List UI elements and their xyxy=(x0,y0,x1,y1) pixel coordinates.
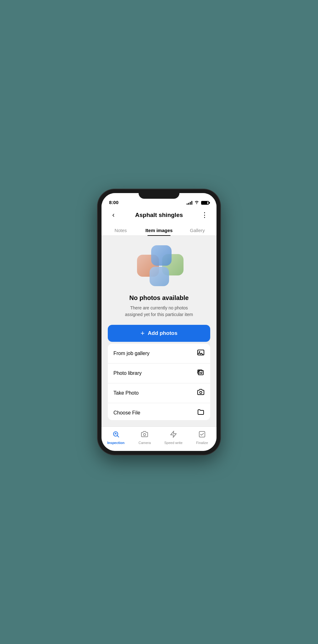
nav-camera-icon xyxy=(141,430,148,440)
plus-icon: + xyxy=(140,330,145,337)
option-choose-file[interactable]: Choose File xyxy=(108,403,210,420)
empty-state-title: No photos available xyxy=(129,294,189,302)
option-photo-library-label: Photo library xyxy=(113,370,142,376)
folder-icon xyxy=(197,408,205,418)
signal-icon xyxy=(187,201,192,205)
notch xyxy=(139,189,179,199)
illustration-square-2 xyxy=(151,245,172,266)
phone-screen: 8:00 ‹ xyxy=(101,193,217,451)
add-photos-button[interactable]: + Add photos xyxy=(108,325,210,342)
svg-point-10 xyxy=(144,434,146,436)
back-button[interactable]: ‹ xyxy=(108,209,119,221)
option-take-photo-label: Take Photo xyxy=(113,390,139,396)
more-button[interactable]: ⋮ xyxy=(199,209,210,221)
inspection-icon xyxy=(112,430,120,440)
tab-item-images[interactable]: Item images xyxy=(140,225,178,236)
phone-frame: 8:00 ‹ xyxy=(98,189,220,455)
svg-marker-11 xyxy=(171,431,176,437)
nav-inspection-label: Inspection xyxy=(107,441,124,445)
options-list: From job gallery Photo library xyxy=(108,344,210,420)
page-title: Asphalt shingles xyxy=(135,212,183,219)
status-icons xyxy=(187,200,209,205)
option-photo-library[interactable]: Photo library xyxy=(108,364,210,383)
empty-state-description: There are currently no photos assigned y… xyxy=(121,305,197,318)
empty-state-illustration xyxy=(134,245,184,288)
add-photos-label: Add photos xyxy=(148,330,177,336)
nav-camera-label: Camera xyxy=(139,441,151,445)
nav-speed-write-label: Speed write xyxy=(164,441,183,445)
nav-camera[interactable]: Camera xyxy=(130,429,159,446)
tab-gallery[interactable]: Gallery xyxy=(178,225,217,236)
svg-line-7 xyxy=(117,436,119,437)
nav-inspection[interactable]: Inspection xyxy=(101,429,130,446)
photos-icon xyxy=(197,369,205,378)
tab-bar: Notes Item images Gallery xyxy=(101,225,217,236)
option-choose-file-label: Choose File xyxy=(113,410,140,416)
option-from-job-gallery[interactable]: From job gallery xyxy=(108,344,210,364)
header: ‹ Asphalt shingles ⋮ xyxy=(101,207,217,225)
svg-point-5 xyxy=(200,391,202,393)
illustration-square-4 xyxy=(150,267,169,286)
option-take-photo[interactable]: Take Photo xyxy=(108,383,210,403)
back-icon: ‹ xyxy=(112,211,114,219)
image-icon xyxy=(197,349,205,358)
option-from-job-gallery-label: From job gallery xyxy=(113,351,150,356)
tab-notes[interactable]: Notes xyxy=(101,225,140,236)
status-time: 8:00 xyxy=(109,200,118,205)
nav-finalize[interactable]: Finalize xyxy=(188,429,217,446)
nav-finalize-label: Finalize xyxy=(196,441,208,445)
battery-icon xyxy=(201,201,209,205)
camera-icon xyxy=(197,388,205,398)
finalize-icon xyxy=(198,430,206,440)
nav-speed-write[interactable]: Speed write xyxy=(159,429,188,446)
main-content: No photos available There are currently … xyxy=(101,236,217,426)
svg-point-4 xyxy=(199,370,200,371)
more-icon: ⋮ xyxy=(201,211,208,219)
wifi-icon xyxy=(194,200,199,205)
speed-write-icon xyxy=(170,430,177,440)
bottom-nav: Inspection Camera Speed write xyxy=(101,426,217,451)
svg-point-1 xyxy=(199,351,200,353)
